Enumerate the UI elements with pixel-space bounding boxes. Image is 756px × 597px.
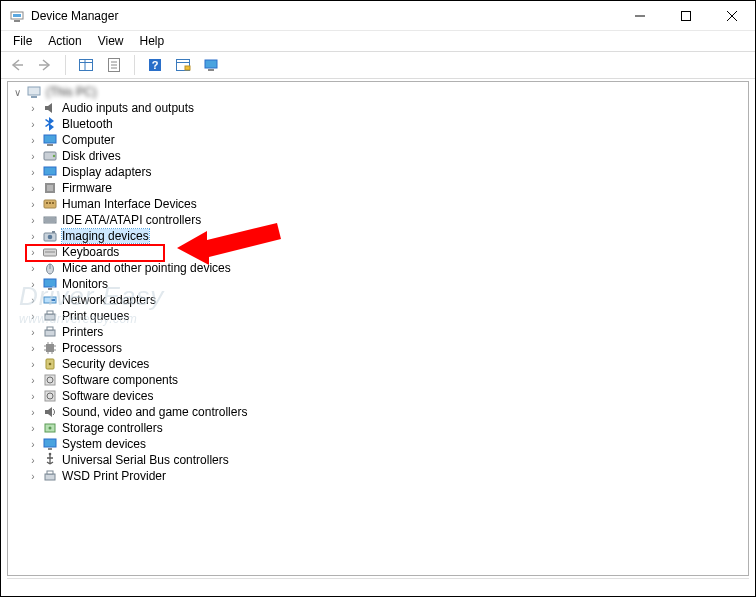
tree-item-imaging[interactable]: ›Imaging devices	[26, 228, 746, 244]
expand-chevron-icon[interactable]: ›	[26, 389, 40, 403]
forward-button[interactable]	[33, 53, 57, 77]
tree-item-swdev[interactable]: ›Software devices	[26, 388, 746, 404]
tree-item-label: Firmware	[62, 181, 112, 195]
tree-item-label: Software components	[62, 373, 178, 387]
expand-chevron-icon[interactable]: ›	[26, 341, 40, 355]
tree-item-printers[interactable]: ›Printers	[26, 324, 746, 340]
expand-chevron-icon[interactable]: ›	[26, 149, 40, 163]
toolbar: ?	[1, 51, 755, 79]
toolbar-separator	[65, 55, 66, 75]
tree-item-display[interactable]: ›Display adapters	[26, 164, 746, 180]
tree-item-label: Software devices	[62, 389, 153, 403]
tree-item-computer[interactable]: ›Computer	[26, 132, 746, 148]
tree-item-label: Display adapters	[62, 165, 151, 179]
expand-chevron-icon[interactable]: ›	[26, 101, 40, 115]
tree-root[interactable]: ∨(This PC)	[10, 84, 746, 100]
tree-item-label: Imaging devices	[62, 229, 149, 243]
expand-chevron-icon[interactable]: ›	[26, 197, 40, 211]
properties-button[interactable]	[102, 53, 126, 77]
tree-item-storage[interactable]: ›Storage controllers	[26, 420, 746, 436]
svg-point-28	[53, 155, 55, 157]
expand-chevron-icon[interactable]: ›	[26, 421, 40, 435]
hid-icon	[42, 196, 58, 212]
help-button[interactable]: ?	[143, 53, 167, 77]
tree-item-wsd[interactable]: ›WSD Print Provider	[26, 468, 746, 484]
menu-help[interactable]: Help	[132, 32, 173, 50]
svg-rect-42	[52, 231, 55, 233]
tree-item-label: Security devices	[62, 357, 149, 371]
tree-item-security[interactable]: ›Security devices	[26, 356, 746, 372]
expand-chevron-icon[interactable]: ›	[26, 357, 40, 371]
tree-item-keyboards[interactable]: ›Keyboards	[26, 244, 746, 260]
svg-rect-1	[13, 14, 21, 17]
expand-chevron-icon[interactable]: ›	[26, 245, 40, 259]
expand-chevron-icon[interactable]: ›	[26, 437, 40, 451]
menu-view[interactable]: View	[90, 32, 132, 50]
tree-item-monitors[interactable]: ›Monitors	[26, 276, 746, 292]
close-button[interactable]	[709, 1, 755, 31]
tree-item-printq[interactable]: ›Print queues	[26, 308, 746, 324]
expand-chevron-icon[interactable]: ›	[26, 373, 40, 387]
expand-chevron-icon[interactable]: ›	[26, 213, 40, 227]
expand-chevron-icon[interactable]: ›	[26, 133, 40, 147]
back-button[interactable]	[5, 53, 29, 77]
system-icon	[42, 436, 58, 452]
expand-chevron-icon[interactable]: ›	[26, 117, 40, 131]
tree-item-bluetooth[interactable]: ›Bluetooth	[26, 116, 746, 132]
svg-rect-36	[52, 202, 54, 204]
display-icon	[42, 164, 58, 180]
window-title: Device Manager	[31, 9, 617, 23]
computer-icon	[42, 132, 58, 148]
devices-button[interactable]	[199, 53, 223, 77]
svg-rect-21	[205, 60, 217, 68]
tree-item-network[interactable]: ›Network adapters	[26, 292, 746, 308]
menu-file[interactable]: File	[5, 32, 40, 50]
svg-point-74	[49, 453, 52, 456]
tree-item-ide[interactable]: ›IDE ATA/ATAPI controllers	[26, 212, 746, 228]
expand-chevron-icon[interactable]: ›	[26, 277, 40, 291]
svg-rect-55	[46, 344, 54, 352]
expand-chevron-icon[interactable]: ∨	[10, 85, 24, 99]
svg-point-65	[49, 363, 52, 366]
tree-item-usb[interactable]: ›Universal Serial Bus controllers	[26, 452, 746, 468]
expand-chevron-icon[interactable]: ›	[26, 229, 40, 243]
expand-chevron-icon[interactable]: ›	[26, 309, 40, 323]
tree-item-label: IDE ATA/ATAPI controllers	[62, 213, 201, 227]
tree-item-sound[interactable]: ›Sound, video and game controllers	[26, 404, 746, 420]
processors-icon	[42, 340, 58, 356]
printers-icon	[42, 324, 58, 340]
network-icon	[42, 292, 58, 308]
wsd-icon	[42, 468, 58, 484]
show-hide-console-button[interactable]	[74, 53, 98, 77]
expand-chevron-icon[interactable]: ›	[26, 261, 40, 275]
tree-item-swcomp[interactable]: ›Software components	[26, 372, 746, 388]
expand-chevron-icon[interactable]: ›	[26, 325, 40, 339]
tree-item-label: Processors	[62, 341, 122, 355]
tree-item-hid[interactable]: ›Human Interface Devices	[26, 196, 746, 212]
root-label: (This PC)	[46, 85, 97, 99]
expand-chevron-icon[interactable]: ›	[26, 453, 40, 467]
tree-item-audio[interactable]: ›Audio inputs and outputs	[26, 100, 746, 116]
storage-icon	[42, 420, 58, 436]
svg-text:?: ?	[152, 59, 159, 71]
svg-rect-35	[49, 202, 51, 204]
expand-chevron-icon[interactable]: ›	[26, 293, 40, 307]
minimize-button[interactable]	[617, 1, 663, 31]
expand-chevron-icon[interactable]: ›	[26, 469, 40, 483]
tree-item-firmware[interactable]: ›Firmware	[26, 180, 746, 196]
maximize-button[interactable]	[663, 1, 709, 31]
tree-item-disk[interactable]: ›Disk drives	[26, 148, 746, 164]
tree-item-mice[interactable]: ›Mice and other pointing devices	[26, 260, 746, 276]
expand-chevron-icon[interactable]: ›	[26, 405, 40, 419]
tree-item-system[interactable]: ›System devices	[26, 436, 746, 452]
svg-rect-25	[44, 135, 56, 143]
expand-chevron-icon[interactable]: ›	[26, 181, 40, 195]
tree-item-processors[interactable]: ›Processors	[26, 340, 746, 356]
svg-rect-2	[14, 20, 20, 22]
scan-hardware-button[interactable]	[171, 53, 195, 77]
usb-icon	[42, 452, 58, 468]
menu-action[interactable]: Action	[40, 32, 89, 50]
mice-icon	[42, 260, 58, 276]
expand-chevron-icon[interactable]: ›	[26, 165, 40, 179]
device-tree-pane[interactable]: ∨(This PC)›Audio inputs and outputs›Blue…	[7, 81, 749, 576]
